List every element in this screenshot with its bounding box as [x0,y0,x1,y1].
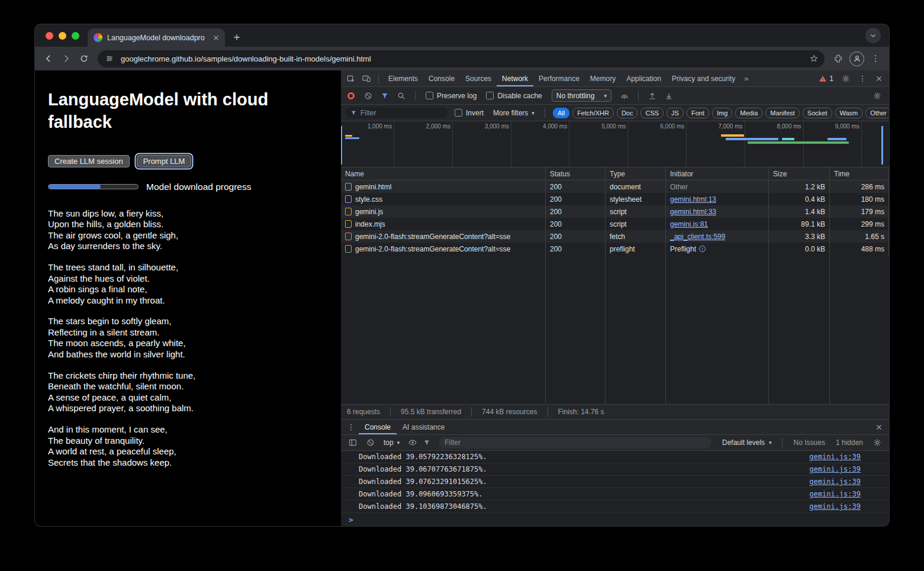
devtools-tab-performance[interactable]: Performance [533,70,585,86]
clear-network-log-button[interactable] [361,89,375,103]
filter-pill-font[interactable]: Font [687,108,709,118]
back-button[interactable] [40,50,57,67]
drawer-menu-button[interactable] [343,420,359,434]
devtools-tab-application[interactable]: Application [621,70,667,86]
devtools-tab-network[interactable]: Network [497,70,533,86]
zoom-window-button[interactable] [72,32,79,40]
filter-pill-other[interactable]: Other [865,108,890,118]
network-request-row[interactable]: index.mjs 200 script gemini.js:81 89.1 k… [341,218,889,230]
drawer-tab-console[interactable]: Console [359,420,397,434]
devtools-settings-button[interactable] [838,74,854,83]
network-request-row[interactable]: gemini.js 200 script gemini.html:33 1.4 … [341,205,889,218]
network-conditions-button[interactable] [617,89,632,103]
filter-pill-js[interactable]: JS [667,108,684,118]
create-llm-session-button[interactable]: Create LLM session [48,155,130,167]
devtools-close-button[interactable] [871,75,887,83]
drawer-tab-ai-assistance[interactable]: AI assistance [397,420,450,434]
console-eye-button[interactable] [405,435,420,450]
console-message[interactable]: Downloaded 39.06707763671875%. gemini.js… [341,463,889,476]
timeline-right-handle[interactable] [881,126,883,164]
devtools-tab-elements[interactable]: Elements [383,70,423,86]
filter-pill-manifest[interactable]: Manifest [765,108,800,118]
record-network-log-button[interactable] [347,92,355,99]
console-sidebar-button[interactable] [346,435,360,450]
network-request-row[interactable]: gemini-2.0-flash:streamGenerateContent?a… [341,243,889,255]
network-settings-button[interactable] [870,89,884,103]
devtools-tab-console[interactable]: Console [423,70,460,86]
reload-button[interactable] [75,50,93,67]
filter-pill-css[interactable]: CSS [640,108,664,118]
preserve-log-checkbox[interactable]: Preserve log [422,92,480,100]
console-source-link[interactable]: gemini.js:39 [809,478,861,486]
tab-close-icon[interactable] [212,34,220,42]
network-overview-timeline[interactable]: 1,000 ms 2,000 ms 3,000 ms 4,000 ms 5,00… [341,121,889,167]
console-message[interactable]: Downloaded 39.10369873046875%. gemini.js… [341,501,889,513]
filter-pill-socket[interactable]: Socket [803,108,832,118]
preflight-info-icon[interactable]: i [699,246,706,252]
devtools-tab-privacy[interactable]: Privacy and security [667,70,741,86]
site-settings-icon[interactable] [104,53,115,64]
issues-counter[interactable]: 1 [815,75,837,83]
prompt-llm-button[interactable]: Prompt LLM [137,155,192,167]
request-initiator-link[interactable]: gemini.js:81 [670,220,708,228]
browser-menu-icon[interactable] [870,53,881,64]
forward-button[interactable] [57,50,75,67]
network-request-row[interactable]: style.css 200 stylesheet gemini.html:13 … [341,193,889,205]
console-message[interactable]: Downloaded 39.05792236328125%. gemini.js… [341,451,889,463]
filter-pill-img[interactable]: Img [712,108,732,118]
issues-status[interactable]: No Issues [790,438,829,447]
devtools-tab-memory[interactable]: Memory [585,70,621,86]
console-message[interactable]: Downloaded 39.07623291015625%. gemini.js… [341,476,889,488]
column-header-size[interactable]: Size [769,167,830,180]
bookmark-star-icon[interactable] [809,54,819,63]
console-source-link[interactable]: gemini.js:39 [809,465,861,473]
close-window-button[interactable] [46,32,53,40]
device-toolbar-button[interactable] [359,70,374,86]
console-levels-select[interactable]: Default levels ▾ [720,438,774,447]
network-filter-input[interactable] [360,109,443,117]
console-message[interactable]: Downloaded 39.0960693359375%. gemini.js:… [341,488,889,501]
filter-pill-all[interactable]: All [553,108,569,118]
console-filter-input[interactable] [445,438,706,447]
console-source-link[interactable]: gemini.js:39 [809,490,861,498]
browser-tab[interactable]: LanguageModel downloadpro [88,28,225,47]
inspect-element-button[interactable] [343,70,359,86]
filter-pill-media[interactable]: Media [735,108,762,118]
column-header-status[interactable]: Status [546,167,606,180]
filter-pill-doc[interactable]: Doc [617,108,638,118]
hidden-messages-count[interactable]: 1 hidden [832,438,867,447]
address-bar[interactable]: googlechrome.github.io/samples/downloadi… [98,50,825,67]
console-source-link[interactable]: gemini.js:39 [809,502,861,511]
filter-toggle-button[interactable] [378,89,392,103]
console-prompt[interactable]: > [341,513,889,526]
drawer-close-button[interactable] [871,420,887,434]
column-header-name[interactable]: Name [341,167,546,180]
tab-search-button[interactable] [865,28,881,43]
new-tab-button[interactable] [232,33,242,42]
devtools-tab-sources[interactable]: Sources [460,70,497,86]
network-search-button[interactable] [394,89,408,103]
import-har-button[interactable] [662,89,676,103]
column-header-time[interactable]: Time [830,167,889,180]
request-initiator-link[interactable]: gemini.html:13 [670,195,716,204]
throttling-select[interactable]: No throttling ▾ [552,89,611,102]
disable-cache-checkbox[interactable]: Disable cache [482,92,545,100]
column-header-initiator[interactable]: Initiator [666,167,769,180]
profile-avatar[interactable] [849,51,864,66]
console-context-select[interactable]: top ▾ [381,438,402,447]
devtools-menu-button[interactable] [855,74,870,83]
filter-pill-fetch-xhr[interactable]: Fetch/XHR [572,108,614,118]
more-filters-button[interactable]: More filters ▾ [491,109,537,117]
more-panels-button[interactable]: » [741,74,752,83]
filter-pill-wasm[interactable]: Wasm [835,108,863,118]
clear-console-button[interactable] [363,435,378,450]
column-header-type[interactable]: Type [606,167,666,180]
network-request-row[interactable]: gemini-2.0-flash:streamGenerateContent?a… [341,230,889,243]
network-request-row[interactable]: gemini.html 200 document Other 1.2 kB 28… [341,180,889,193]
console-source-link[interactable]: gemini.js:39 [809,453,861,461]
extensions-icon[interactable] [833,53,843,64]
timeline-left-handle[interactable] [341,126,342,164]
request-initiator-link[interactable]: gemini.html:33 [670,208,716,216]
minimize-window-button[interactable] [59,32,66,40]
request-initiator-link[interactable]: _api_client.ts:599 [670,233,725,241]
